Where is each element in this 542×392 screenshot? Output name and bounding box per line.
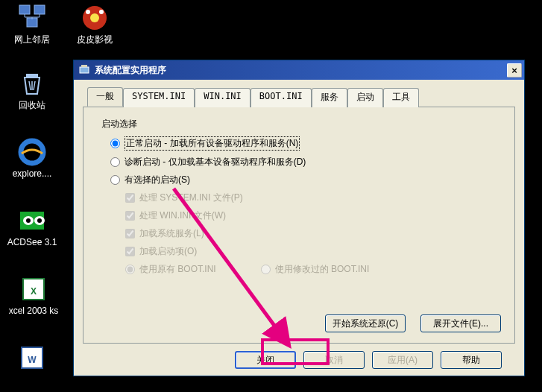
radio-boot-original-input — [125, 265, 135, 274]
svg-rect-18 — [80, 67, 89, 73]
network-icon — [17, 3, 47, 33]
check-services-label: 加载系统服务(L) — [139, 227, 204, 240]
radio-selective-input[interactable] — [110, 175, 120, 185]
pipi-icon — [80, 3, 110, 33]
desktop-icon-label: xcel 2003 ks — [0, 306, 67, 316]
radio-selective-label: 有选择的启动(S) — [125, 174, 190, 186]
check-system-ini-input — [125, 193, 135, 203]
tab-win-ini[interactable]: WIN.INI — [195, 88, 250, 107]
desktop-icon-recycle[interactable]: 回收站 — [6, 69, 58, 110]
desktop-icon-label: ACDSee 3.1 — [6, 237, 58, 247]
tab-row: 一般 SYSTEM.INI WIN.INI BOOT.INI 服务 启动 工具 — [83, 88, 515, 107]
tab-startup[interactable]: 启动 — [347, 88, 383, 107]
tab-tools[interactable]: 工具 — [383, 88, 419, 107]
check-system-ini-label: 处理 SYSTEM.INI 文件(P) — [139, 192, 243, 204]
check-services: 加载系统服务(L) — [125, 227, 500, 240]
close-icon[interactable]: × — [507, 63, 522, 78]
acdsee-icon — [17, 206, 47, 235]
word-icon: W — [17, 343, 47, 373]
svg-rect-0 — [19, 5, 30, 14]
svg-point-5 — [86, 10, 90, 14]
desktop-icon-pipi[interactable]: 皮皮影视 — [69, 3, 121, 45]
svg-rect-1 — [34, 5, 45, 14]
radio-normal-input[interactable] — [110, 139, 120, 148]
panel-buttons: 开始系统还原(C) 展开文件(E)... — [325, 314, 501, 332]
desktop-icon-acdsee[interactable]: ACDSee 3.1 — [6, 206, 58, 247]
desktop-icon-ie[interactable]: explore.... — [6, 137, 58, 179]
desktop-icon-label: 回收站 — [6, 100, 58, 110]
svg-rect-19 — [81, 65, 87, 67]
radio-normal-label: 正常启动 - 加载所有设备驱动程序和服务(N) — [125, 136, 300, 151]
excel-icon: X — [19, 274, 48, 304]
dialog-button-row: 关闭 取消 应用(A) 帮助 — [83, 344, 515, 369]
desktop-icon-label: explore.... — [6, 168, 58, 179]
radio-diagnostic-label: 诊断启动 - 仅加载基本设备驱动程序和服务(D) — [125, 156, 306, 168]
ie-icon — [17, 137, 47, 167]
tab-services[interactable]: 服务 — [312, 88, 347, 107]
svg-rect-7 — [26, 74, 38, 78]
help-button[interactable]: 帮助 — [441, 351, 502, 369]
tab-system-ini[interactable]: SYSTEM.INI — [123, 88, 195, 107]
dialog-body: 一般 SYSTEM.INI WIN.INI BOOT.INI 服务 启动 工具 … — [74, 80, 524, 376]
desktop-icon-excel[interactable]: X xcel 2003 ks — [0, 274, 67, 316]
radio-boot-modified-input — [261, 265, 271, 274]
check-win-ini-label: 处理 WIN.INI 文件(W) — [139, 209, 226, 222]
radio-diagnostic-input[interactable] — [110, 157, 120, 167]
expand-files-button[interactable]: 展开文件(E)... — [420, 314, 501, 332]
boot-ini-radios: 使用原有 BOOT.INI 使用修改过的 BOOT.INI — [125, 263, 500, 276]
check-win-ini: 处理 WIN.INI 文件(W) — [125, 209, 500, 222]
close-button[interactable]: 关闭 — [235, 351, 296, 369]
check-win-ini-input — [125, 211, 135, 221]
svg-point-13 — [37, 218, 42, 223]
svg-point-11 — [26, 218, 31, 223]
system-restore-button[interactable]: 开始系统还原(C) — [325, 314, 406, 332]
tab-general[interactable]: 一般 — [87, 87, 123, 107]
msconfig-dialog: 系统配置实用程序 × 一般 SYSTEM.INI WIN.INI BOOT.IN… — [73, 60, 525, 376]
svg-text:W: W — [28, 355, 37, 365]
check-startup-items-label: 加载启动项(O) — [139, 245, 197, 258]
desktop-icon-label: 网上邻居 — [6, 34, 58, 45]
radio-normal-startup[interactable]: 正常启动 - 加载所有设备驱动程序和服务(N) — [110, 136, 500, 151]
radio-selective-startup[interactable]: 有选择的启动(S) — [110, 174, 500, 186]
check-services-input — [125, 229, 135, 238]
check-startup-items: 加载启动项(O) — [125, 245, 500, 258]
apply-button: 应用(A) — [372, 351, 433, 369]
tab-boot-ini[interactable]: BOOT.INI — [250, 88, 312, 107]
desktop-icon-network[interactable]: 网上邻居 — [6, 3, 58, 45]
svg-text:X: X — [31, 286, 37, 297]
svg-point-6 — [99, 10, 104, 14]
desktop-icon-label: 皮皮影视 — [69, 34, 121, 45]
check-system-ini: 处理 SYSTEM.INI 文件(P) — [125, 192, 500, 204]
svg-point-4 — [90, 13, 99, 22]
dialog-title: 系统配置实用程序 — [95, 64, 507, 77]
tab-panel-general: 启动选择 正常启动 - 加载所有设备驱动程序和服务(N) 诊断启动 - 仅加载基… — [83, 107, 515, 344]
recycle-bin-icon — [17, 69, 47, 98]
radio-boot-modified-label: 使用修改过的 BOOT.INI — [275, 263, 370, 276]
startup-selection-label: 启动选择 — [101, 118, 500, 130]
radio-diagnostic-startup[interactable]: 诊断启动 - 仅加载基本设备驱动程序和服务(D) — [110, 156, 500, 168]
app-icon — [78, 64, 90, 76]
radio-boot-original-label: 使用原有 BOOT.INI — [139, 263, 216, 276]
check-startup-items-input — [125, 247, 135, 256]
titlebar[interactable]: 系统配置实用程序 × — [74, 60, 524, 80]
cancel-button: 取消 — [303, 351, 365, 369]
desktop-icon-word[interactable]: W — [6, 343, 58, 374]
